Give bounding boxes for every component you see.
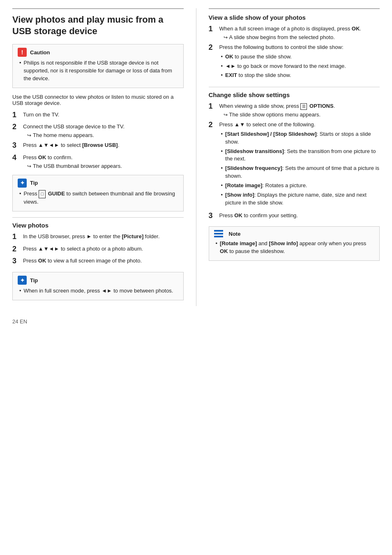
note-line-3 — [214, 236, 223, 237]
step-1: 1 Turn on the TV. — [12, 111, 184, 120]
step-2-arrow: ↪ The home menu appears. — [27, 132, 184, 138]
ss-step-1-text: When a full screen image of a photo is d… — [219, 25, 380, 33]
vp-step-3-text: Press OK to view a full screen image of … — [23, 257, 184, 265]
cs-step-1: 1 When viewing a slide show, press ☰ OPT… — [209, 102, 380, 118]
cs-bullet-frequency: [Slideshow frequency]: Sets the amount o… — [221, 165, 380, 180]
main-title: View photos and play music from a USB st… — [12, 8, 184, 37]
tip-1-icon: ✦ — [18, 179, 27, 188]
tip-2-icon: ✦ — [18, 276, 27, 285]
main-steps: 1 Turn on the TV. 2 Connect the USB stor… — [12, 111, 184, 169]
step-3: 3 Press ▲▼◄► to select [Browse USB]. — [12, 142, 184, 151]
note-label: Note — [229, 231, 241, 237]
step-4-text: Press OK to confirm. — [23, 154, 184, 162]
tip-2-label: Tip — [30, 277, 38, 283]
view-photos-steps: 1 In the USB browser, press ► to enter t… — [12, 233, 184, 267]
guide-icon: □ — [39, 190, 46, 198]
page-number: 24 EN — [12, 318, 27, 325]
ss-step-1-arrow: ↪ A slide show begins from the selected … — [224, 34, 380, 40]
cs-step-1-arrow: ↪ The slide show options menu appears. — [224, 111, 380, 118]
step-1-text: Turn on the TV. — [23, 111, 184, 119]
cs-bullet-rotate: [Rotate image]: Rotates a picture. — [221, 182, 380, 190]
ss-step-1: 1 When a full screen image of a photo is… — [209, 25, 380, 40]
tip-1-header: ✦ Tip — [18, 179, 178, 188]
cs-bullet-showinfo: [Show info]: Displays the picture name, … — [221, 191, 380, 207]
vp-step-2: 2 Press ▲▼◄► to select a photo or a phot… — [12, 245, 184, 254]
intro-text: Use the USB connector to view photos or … — [12, 94, 184, 106]
step-4-arrow: ↪ The USB thumbnail browser appears. — [27, 163, 184, 169]
slideshow-steps: 1 When a full screen image of a photo is… — [209, 25, 380, 81]
note-line-2 — [214, 233, 223, 235]
note-content: [Rotate image] and [Show info] appear on… — [216, 240, 375, 255]
caution-icon: ! — [18, 48, 27, 57]
page-footer: 24 EN — [12, 318, 380, 325]
change-slideshow-title: Change slide show settings — [209, 87, 380, 98]
change-slideshow-steps: 1 When viewing a slide show, press ☰ OPT… — [209, 102, 380, 221]
view-photos-section: View photos 1 In the USB browser, press … — [12, 217, 184, 300]
tip-2-header: ✦ Tip — [18, 276, 178, 285]
slideshow-section: View a slide show of your photos 1 When … — [209, 8, 380, 81]
step-4: 4 Press OK to confirm. ↪ The USB thumbna… — [12, 154, 184, 169]
caution-box: ! Caution Philips is not responsible if … — [12, 44, 184, 88]
cs-step-3: 3 Press OK to confirm your setting. — [209, 212, 380, 221]
tip-1-label: Tip — [30, 180, 38, 186]
ss-step-2-intro: Press the following buttons to control t… — [219, 44, 380, 51]
note-icon-lines — [214, 230, 223, 237]
view-photos-title: View photos — [12, 217, 184, 229]
note-box: Note [Rotate image] and [Show info] appe… — [209, 226, 380, 261]
vp-step-2-text: Press ▲▼◄► to select a photo or a photo … — [23, 245, 184, 253]
vp-step-1: 1 In the USB browser, press ► to enter t… — [12, 233, 184, 242]
ss-step-2-bullets: OK to pause the slide show. ◄► to go bac… — [221, 53, 380, 80]
ss-step-2: 2 Press the following buttons to control… — [209, 44, 380, 81]
cs-bullet-transitions: [Slideshow transitions]: Sets the transi… — [221, 148, 380, 163]
tip-2-text: When in full screen mode, press ◄► to mo… — [19, 287, 178, 295]
vp-step-3: 3 Press OK to view a full screen image o… — [12, 257, 184, 266]
caution-label: Caution — [30, 49, 50, 56]
ss-bullet-arrows: ◄► to go back or move forward to the nex… — [221, 63, 380, 70]
cs-step-2: 2 Press ▲▼ to select one of the followin… — [209, 121, 380, 208]
left-column: View photos and play music from a USB st… — [12, 8, 184, 306]
step-3-text: Press ▲▼◄► to select [Browse USB]. — [23, 142, 184, 149]
note-header: Note — [214, 230, 375, 237]
cs-step-2-intro: Press ▲▼ to select one of the following. — [219, 121, 380, 129]
step-2-text: Connect the USB storage device to the TV… — [23, 123, 184, 131]
vp-step-1-text: In the USB browser, press ► to enter the… — [23, 233, 184, 241]
cs-bullet-start-stop: [Start Slideshow] / [Stop Slideshow]: St… — [221, 130, 380, 146]
cs-step-2-bullets: [Start Slideshow] / [Stop Slideshow]: St… — [221, 130, 380, 207]
tip-1-text: Press □ GUIDE to switch between thumbnai… — [19, 190, 178, 206]
options-icon: ☰ — [300, 103, 307, 110]
tip-box-2: ✦ Tip When in full screen mode, press ◄►… — [12, 272, 184, 300]
step-2: 2 Connect the USB storage device to the … — [12, 123, 184, 138]
ss-bullet-exit: EXIT to stop the slide show. — [221, 72, 380, 79]
cs-step-1-text: When viewing a slide show, press ☰ OPTIO… — [219, 102, 380, 110]
right-column: View a slide show of your photos 1 When … — [196, 8, 380, 306]
cs-step-3-text: Press OK to confirm your setting. — [219, 212, 380, 220]
ss-bullet-ok: OK to pause the slide show. — [221, 53, 380, 61]
note-text: [Rotate image] and [Show info] appear on… — [216, 240, 375, 255]
note-line-1 — [214, 230, 223, 232]
caution-header: ! Caution — [18, 48, 178, 57]
caution-text: Philips is not responsible if the USB st… — [19, 59, 178, 83]
change-slideshow-section: Change slide show settings 1 When viewin… — [209, 87, 380, 261]
slideshow-title: View a slide show of your photos — [209, 8, 380, 21]
tip-box-1: ✦ Tip Press □ GUIDE to switch between th… — [12, 175, 184, 211]
